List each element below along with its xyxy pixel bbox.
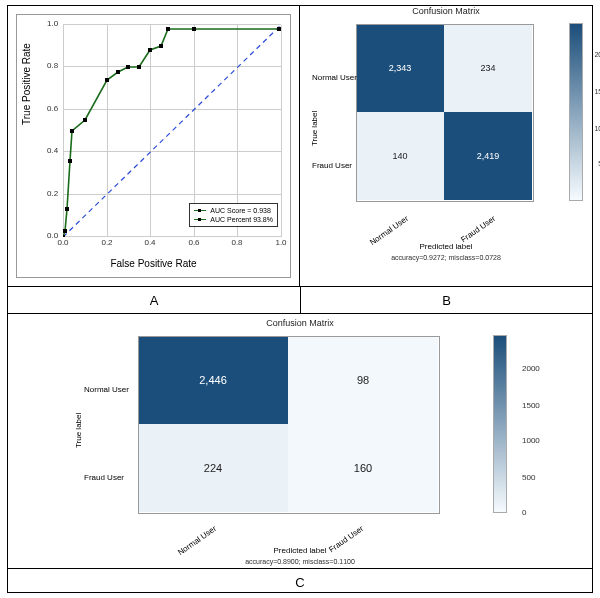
roc-xlabel: False Positive Rate xyxy=(17,258,290,269)
cmC-cell-tl: 2,446 xyxy=(138,336,288,424)
cmB-cell-tr: 234 xyxy=(444,24,532,112)
cmC-ylabel: True label xyxy=(74,413,83,448)
roc-xtick: 0.4 xyxy=(144,238,155,247)
roc-ytick: 0.8 xyxy=(47,61,58,70)
roc-ytick: 1.0 xyxy=(47,19,58,28)
svg-rect-3 xyxy=(68,159,72,163)
roc-ytick: 0.2 xyxy=(47,189,58,198)
svg-rect-8 xyxy=(126,65,130,69)
cmC-cell-br: 160 xyxy=(288,424,438,512)
top-row: 0.0 0.2 0.4 0.6 0.8 1.0 0.0 0.2 0.4 0.6 … xyxy=(8,6,592,287)
cmC-cell-bl: 224 xyxy=(138,424,288,512)
cmB-collabel: Fraud User xyxy=(459,214,497,244)
panel-c: Confusion Matrix 2,446 98 224 160 0 500 … xyxy=(8,314,592,568)
caption-c: C xyxy=(8,568,592,595)
caption-a: A xyxy=(8,287,301,313)
svg-rect-0 xyxy=(63,235,65,237)
svg-rect-7 xyxy=(116,70,120,74)
legend-marker-icon xyxy=(194,210,206,211)
cmB-cell-br: 2,419 xyxy=(444,112,532,200)
svg-rect-1 xyxy=(63,229,67,233)
cmC-xlabel: Predicted label xyxy=(8,546,592,555)
cmB-rowlabel: Normal User xyxy=(312,73,357,82)
svg-rect-13 xyxy=(192,27,196,31)
cmB-colorbar xyxy=(570,24,582,200)
roc-ylabel: True Positive Rate xyxy=(21,43,32,125)
cmC-rowlabel: Normal User xyxy=(84,385,129,394)
cmC-title: Confusion Matrix xyxy=(8,318,592,328)
cmC-cell-tr: 98 xyxy=(288,336,438,424)
cmC-cells: 2,446 98 224 160 xyxy=(138,336,438,512)
svg-rect-6 xyxy=(105,78,109,82)
roc-xtick: 0.2 xyxy=(101,238,112,247)
legend-marker-icon xyxy=(194,219,206,220)
roc-ytick: 0.6 xyxy=(47,104,58,113)
roc-legend-line2: AUC Percent 93.8% xyxy=(210,215,273,224)
cmC-accuracy: accuracy=0.8900; misclass=0.1100 xyxy=(8,558,592,565)
svg-rect-14 xyxy=(277,27,281,31)
svg-rect-9 xyxy=(137,65,141,69)
roc-xtick: 0.0 xyxy=(57,238,68,247)
svg-rect-10 xyxy=(148,48,152,52)
cmB-cell-tl: 2,343 xyxy=(356,24,444,112)
roc-legend: AUC Score = 0.938 AUC Percent 93.8% xyxy=(189,203,278,227)
panel-a: 0.0 0.2 0.4 0.6 0.8 1.0 0.0 0.2 0.4 0.6 … xyxy=(8,6,300,286)
roc-ytick: 0.4 xyxy=(47,146,58,155)
cmB-cell-bl: 140 xyxy=(356,112,444,200)
roc-xtick: 0.8 xyxy=(231,238,242,247)
cmB-cells: 2,343 234 140 2,419 xyxy=(356,24,532,200)
roc-frame: 0.0 0.2 0.4 0.6 0.8 1.0 0.0 0.2 0.4 0.6 … xyxy=(16,14,291,278)
roc-ytick: 0.0 xyxy=(47,231,58,240)
cmB-title: Confusion Matrix xyxy=(300,6,592,16)
cmB-accuracy: accuracy=0.9272; misclass=0.0728 xyxy=(300,254,592,261)
svg-rect-11 xyxy=(159,44,163,48)
roc-legend-line1: AUC Score = 0.938 xyxy=(210,206,271,215)
cmC-rowlabel: Fraud User xyxy=(84,473,124,482)
roc-xtick: 0.6 xyxy=(188,238,199,247)
cmC-colorbar xyxy=(494,336,506,512)
cmB-ylabel: True label xyxy=(310,111,319,146)
svg-rect-5 xyxy=(83,118,87,122)
caption-row-ab: A B xyxy=(8,287,592,314)
svg-rect-4 xyxy=(70,129,74,133)
cmB-xlabel: Predicted label xyxy=(300,242,592,251)
figure-page: 0.0 0.2 0.4 0.6 0.8 1.0 0.0 0.2 0.4 0.6 … xyxy=(0,0,600,598)
roc-xtick: 1.0 xyxy=(275,238,286,247)
cmB-rowlabel: Fraud User xyxy=(312,161,352,170)
caption-b: B xyxy=(301,287,592,313)
svg-rect-12 xyxy=(166,27,170,31)
outer-frame: 0.0 0.2 0.4 0.6 0.8 1.0 0.0 0.2 0.4 0.6 … xyxy=(7,5,593,593)
panel-b: Confusion Matrix 2,343 234 140 2,419 0 5… xyxy=(300,6,592,286)
svg-rect-2 xyxy=(65,207,69,211)
